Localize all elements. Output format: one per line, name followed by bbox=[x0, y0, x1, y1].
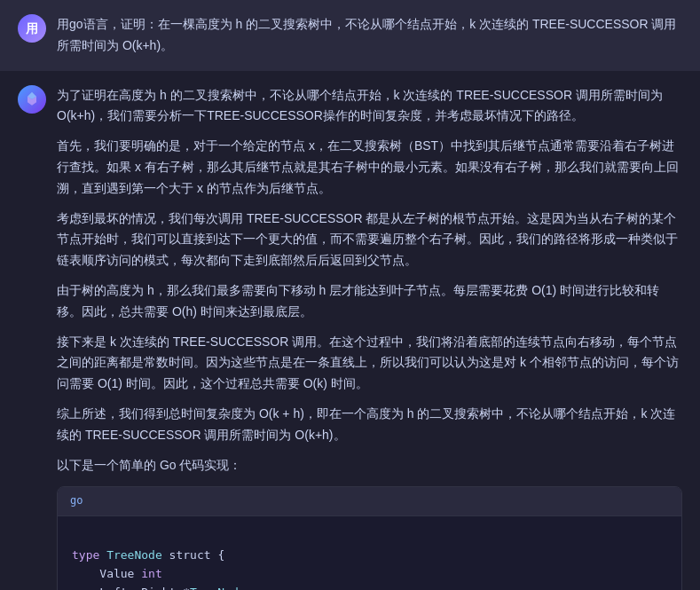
user-message-content: 用go语言，证明：在一棵高度为 h 的二叉搜索树中，不论从哪个结点开始，k 次连… bbox=[57, 14, 682, 57]
ai-para2: 考虑到最坏的情况，我们每次调用 TREE-SUCCESSOR 都是从左子树的根节… bbox=[57, 208, 682, 271]
ai-intro-text: 为了证明在高度为 h 的二叉搜索树中，不论从哪个结点开始，k 次连续的 TREE… bbox=[57, 85, 682, 128]
user-avatar-text: 用 bbox=[26, 19, 38, 38]
ai-para1: 首先，我们要明确的是，对于一个给定的节点 x，在二叉搜索树（BST）中找到其后继… bbox=[57, 136, 682, 199]
ai-para4: 接下来是 k 次连续的 TREE-SUCCESSOR 调用。在这个过程中，我们将… bbox=[57, 332, 682, 395]
user-avatar: 用 bbox=[18, 14, 46, 43]
ai-message-block: 为了证明在高度为 h 的二叉搜索树中，不论从哪个结点开始，k 次连续的 TREE… bbox=[0, 71, 700, 590]
code-line-value: Value int bbox=[72, 567, 162, 580]
ai-para5: 综上所述，我们得到总时间复杂度为 O(k + h)，即在一个高度为 h 的二叉搜… bbox=[57, 404, 682, 446]
ai-code-intro: 以下是一个简单的 Go 代码实现： bbox=[57, 455, 682, 476]
code-block-wrapper: go type TreeNode struct { Value int Left… bbox=[57, 486, 682, 590]
code-block: type TreeNode struct { Value int Left, R… bbox=[58, 516, 681, 590]
ai-avatar bbox=[18, 85, 46, 114]
code-line-leftright: Left, Right *TreeNode bbox=[72, 586, 246, 590]
chat-container: 用 用go语言，证明：在一棵高度为 h 的二叉搜索树中，不论从哪个结点开始，k … bbox=[0, 0, 700, 590]
code-pre: type TreeNode struct { Value int Left, R… bbox=[72, 529, 667, 590]
user-message-text: 用go语言，证明：在一棵高度为 h 的二叉搜索树中，不论从哪个结点开始，k 次连… bbox=[57, 14, 682, 57]
user-message-block: 用 用go语言，证明：在一棵高度为 h 的二叉搜索树中，不论从哪个结点开始，k … bbox=[0, 0, 700, 71]
ai-logo-icon bbox=[23, 90, 41, 108]
ai-para3: 由于树的高度为 h，那么我们最多需要向下移动 h 层才能达到叶子节点。每层需要花… bbox=[57, 280, 682, 323]
ai-message-content: 为了证明在高度为 h 的二叉搜索树中，不论从哪个结点开始，k 次连续的 TREE… bbox=[57, 85, 682, 590]
code-line-type: type TreeNode struct { bbox=[72, 548, 224, 562]
code-lang-label: go bbox=[58, 487, 681, 515]
